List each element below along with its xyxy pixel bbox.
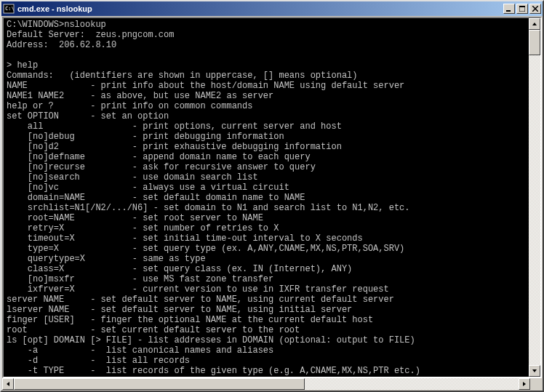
window-frame: C:\ cmd.exe - nslookup C:\WINDOWS>nslook… — [0, 0, 544, 392]
terminal-output[interactable]: C:\WINDOWS>nslookup Default Server: zeus… — [4, 18, 529, 377]
scroll-down-button[interactable] — [529, 365, 540, 377]
titlebar[interactable]: C:\ cmd.exe - nslookup — [1, 1, 543, 16]
scroll-track-h[interactable] — [14, 378, 519, 390]
app-icon: C:\ — [3, 3, 15, 15]
scroll-thumb-h[interactable] — [14, 378, 305, 390]
svg-text:C:\: C:\ — [5, 6, 15, 12]
window-controls — [503, 4, 541, 14]
vertical-scrollbar[interactable] — [529, 18, 540, 377]
terminal-container: C:\WINDOWS>nslookup Default Server: zeus… — [2, 17, 542, 378]
scroll-left-button[interactable] — [2, 378, 14, 390]
svg-rect-2 — [506, 10, 511, 12]
window-title: cmd.exe - nslookup — [17, 4, 503, 13]
horizontal-scrollbar[interactable] — [2, 378, 542, 390]
maximize-button[interactable] — [516, 4, 528, 14]
scroll-thumb-v[interactable] — [529, 30, 540, 55]
scroll-up-button[interactable] — [529, 18, 540, 30]
scroll-track-v[interactable] — [529, 30, 540, 365]
client-area: C:\WINDOWS>nslookup Default Server: zeus… — [1, 16, 543, 391]
svg-rect-4 — [519, 6, 525, 7]
minimize-button[interactable] — [503, 4, 515, 14]
scroll-right-button[interactable] — [519, 378, 530, 390]
scrollbar-corner — [530, 378, 542, 390]
close-button[interactable] — [529, 4, 541, 14]
